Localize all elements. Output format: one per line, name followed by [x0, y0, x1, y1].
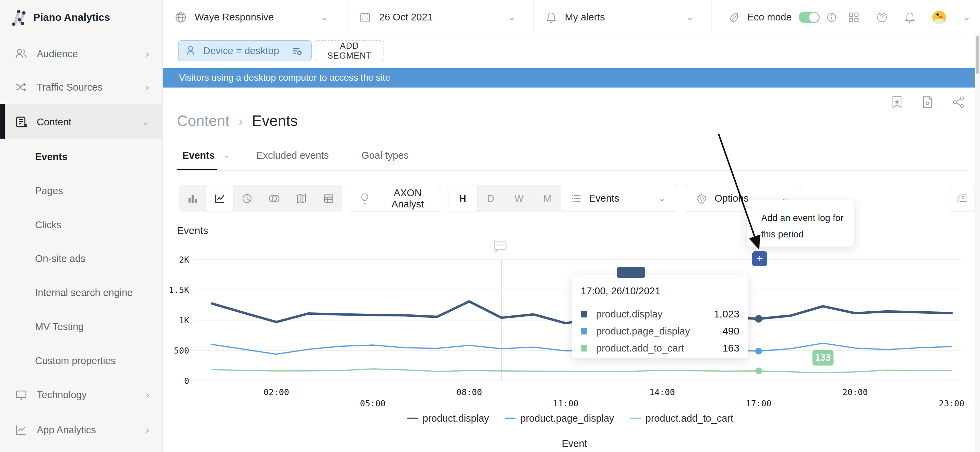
scrollbar-thumb[interactable]: [976, 36, 979, 74]
sidebar-item-label: MV Testing: [35, 321, 84, 332]
legend-swatch: [407, 418, 418, 419]
sidebar-item-mv-testing[interactable]: MV Testing: [0, 315, 163, 339]
segment-settings-icon[interactable]: [291, 45, 303, 56]
tab-excluded-events[interactable]: Excluded events: [256, 150, 329, 161]
sidebar-item-events[interactable]: Events: [0, 144, 163, 169]
sidebar-item-label: Pages: [35, 185, 63, 196]
sidebar-item-onsite-ads[interactable]: On-site ads: [0, 246, 163, 271]
info-icon[interactable]: [827, 12, 837, 22]
add-event-log-tooltip-line2: this period: [761, 226, 854, 243]
alerts-selector[interactable]: My alerts ⌄: [546, 0, 709, 34]
comment-annotation-icon[interactable]: [493, 240, 507, 253]
axon-analyst-button[interactable]: AXON Analyst: [350, 185, 441, 212]
y-axis-tick: 2K: [179, 255, 189, 265]
share-icon[interactable]: [952, 96, 965, 109]
chevron-down-icon: ⌄: [321, 12, 328, 22]
leaf-icon: [728, 11, 740, 24]
copy-icon: [956, 193, 967, 204]
sidebar-item-app-analytics[interactable]: App Analytics ›: [0, 418, 163, 442]
x-axis-tick: 23:00: [939, 399, 964, 409]
sidebar-item-custom-properties[interactable]: Custom properties: [0, 348, 163, 373]
tab-events[interactable]: Events: [182, 150, 215, 161]
metric-dropdown[interactable]: Events ⌄: [561, 185, 677, 212]
tooltip-row: product.add_to_cart163: [581, 340, 740, 357]
piano-logo-icon: [10, 8, 28, 26]
tab-goal-types[interactable]: Goal types: [361, 150, 409, 161]
chart-hover-tooltip: 17:00, 26/10/2021 product.display1,023pr…: [572, 275, 748, 358]
tooltip-series-value: 163: [722, 342, 740, 354]
chevron-down-icon[interactable]: ⌄: [224, 151, 230, 160]
chart-x-axis-title: Event: [506, 438, 643, 449]
add-segment-button[interactable]: ADD SEGMENT: [315, 40, 384, 61]
granularity-month[interactable]: M: [533, 185, 562, 212]
sidebar-item-label: On-site ads: [35, 253, 86, 264]
add-event-log-tooltip: Add an event log for this period: [747, 200, 854, 247]
sidebar-item-content[interactable]: Content ⌄: [0, 110, 163, 134]
hover-dot-product.add_to_cart: [756, 367, 762, 374]
table-icon[interactable]: [315, 185, 342, 212]
x-axis-tick: 14:00: [649, 387, 675, 397]
notifications-bell-icon[interactable]: [904, 11, 915, 23]
eco-mode-toggle[interactable]: [799, 11, 820, 23]
sidebar-item-internal-search[interactable]: Internal search engine: [0, 280, 163, 305]
granularity-day[interactable]: D: [477, 185, 505, 212]
date-selector[interactable]: 26 Oct 2021 ⌄: [360, 0, 531, 34]
site-selector[interactable]: Waye Responsive ⌄: [175, 0, 338, 34]
pie-chart-icon[interactable]: [234, 185, 261, 212]
segment-description-text: Visitors using a desktop computer to acc…: [179, 73, 390, 83]
series-line-product.add_to_cart: [212, 369, 952, 373]
sidebar-item-audience[interactable]: Audience ›: [0, 42, 163, 66]
legend-item-product.page_display[interactable]: product.page_display: [504, 413, 614, 424]
add-event-log-tooltip-line1: Add an event log for: [761, 210, 854, 226]
audience-icon: [14, 48, 28, 60]
x-axis-tick: 05:00: [360, 399, 385, 409]
y-axis-tick: 0: [184, 376, 189, 386]
x-axis-tick: 17:00: [746, 399, 772, 409]
bookmark-star-icon[interactable]: [891, 95, 903, 109]
report-doc-icon[interactable]: D: [921, 95, 934, 109]
scrollbar-track[interactable]: [975, 34, 980, 452]
sidebar-item-pages[interactable]: Pages: [0, 179, 163, 203]
app-title: Piano Analytics: [33, 11, 110, 23]
granularity-week[interactable]: W: [505, 185, 533, 212]
eco-mode-label: Eco mode: [747, 11, 792, 23]
chevron-down-icon[interactable]: ⌄: [963, 12, 970, 22]
chevron-right-icon: ›: [146, 424, 149, 436]
topbar-icon-cluster: ⌄: [848, 0, 970, 34]
chevron-down-icon: ⌄: [142, 117, 149, 127]
granularity-hour[interactable]: H: [449, 185, 477, 212]
avatar[interactable]: [932, 11, 946, 24]
divider: [711, 0, 711, 34]
chart-title: Events: [177, 225, 208, 236]
breadcrumb-section[interactable]: Content: [177, 112, 229, 129]
line-chart-icon[interactable]: [206, 185, 234, 212]
segment-chip-device-desktop[interactable]: Device = desktop: [178, 40, 312, 61]
copy-report-button[interactable]: [949, 185, 975, 212]
y-axis-tick: 500: [174, 346, 189, 356]
metric-dropdown-label: Events: [589, 193, 619, 204]
sidebar-item-technology[interactable]: Technology ›: [0, 383, 163, 407]
traffic-sources-icon: [14, 81, 28, 93]
tooltip-series-label: product.add_to_cart: [596, 343, 684, 354]
tooltip-series-value: 1,023: [714, 308, 740, 320]
legend-item-product.add_to_cart[interactable]: product.add_to_cart: [630, 413, 733, 424]
add-event-log-button[interactable]: +: [752, 251, 767, 266]
sidebar-item-label: Audience: [37, 48, 78, 60]
help-icon[interactable]: [877, 12, 888, 23]
granularity-switcher: H D W M: [449, 185, 562, 212]
sidebar-item-label: Content: [37, 117, 72, 128]
app-analytics-icon: [14, 424, 28, 436]
list-icon: [571, 194, 582, 203]
date-selector-label: 26 Oct 2021: [379, 11, 433, 23]
sidebar-item-label: Clicks: [35, 219, 61, 231]
period-highlight-bar: [617, 267, 645, 278]
app-logo[interactable]: Piano Analytics: [0, 0, 163, 34]
venn-icon[interactable]: [261, 185, 288, 212]
sidebar: Piano Analytics Audience › Traffic Sourc…: [0, 0, 163, 452]
bar-chart-icon[interactable]: [179, 185, 206, 212]
legend-item-product.display[interactable]: product.display: [407, 413, 489, 424]
map-icon[interactable]: [288, 185, 315, 212]
sidebar-item-traffic-sources[interactable]: Traffic Sources ›: [0, 75, 163, 99]
sidebar-item-clicks[interactable]: Clicks: [0, 212, 163, 237]
apps-grid-icon[interactable]: [848, 11, 859, 23]
